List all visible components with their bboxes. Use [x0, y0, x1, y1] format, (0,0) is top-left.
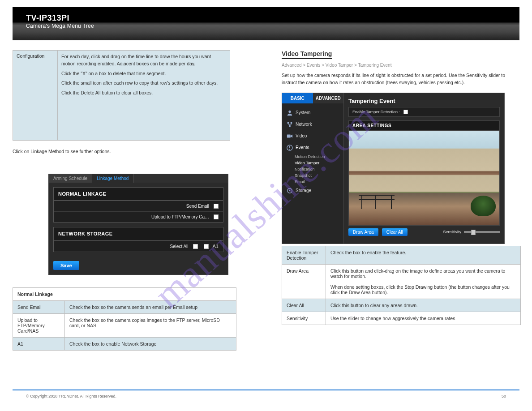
video-tampering-blurb: Set up how the camera responds if its li… [282, 72, 519, 86]
camera-preview[interactable] [348, 131, 500, 226]
tampering-screenshot: BASIC ADVANCED System Network [282, 93, 505, 244]
ts-r4-label: Sensitivity [282, 312, 326, 325]
nav-system[interactable]: System [285, 107, 341, 119]
doc-subtitle: Camera's Mega Menu Tree [26, 23, 506, 29]
page-footer: © Copyright 2018 TRENDnet. All Rights Re… [13, 390, 519, 398]
checkbox-send-email[interactable] [214, 204, 219, 209]
nav-storage-label: Storage [296, 188, 311, 193]
nav-sub-snapshot[interactable]: Snapshot [285, 172, 341, 179]
enable-tamper-checkbox[interactable] [403, 110, 408, 114]
page-number: 50 [502, 394, 506, 398]
nl-r3-desc: Check the box to enable Network Storage [65, 338, 236, 350]
ts-r2-desc-1: Click this button and click-drag on the … [330, 268, 505, 279]
nl-table-title: Normal Linkage [13, 288, 236, 300]
nav-network[interactable]: Network [285, 119, 341, 130]
panel-normal-linkage: NORMAL LINKAGE Send Email Upload to FTP/… [53, 187, 223, 223]
nl-r2-label: Upload to FTP/Memory Card/NAS [13, 314, 65, 337]
draw-area-button[interactable]: Draw Area [348, 228, 378, 236]
nav-system-label: System [296, 110, 310, 115]
label-select-all: Select All [58, 244, 193, 249]
svg-rect-1 [287, 122, 289, 124]
nl-r2-desc: Check the box so the camera copies image… [65, 314, 236, 337]
label-a1: A1 [213, 244, 219, 249]
sensitivity-slider[interactable] [464, 231, 500, 233]
cfg-label: Configuration [13, 51, 58, 140]
cfg-description: For each day, click and drag on the time… [58, 51, 230, 140]
save-bar: Save [49, 257, 228, 274]
checkbox-select-all[interactable] [193, 244, 198, 249]
network-storage-title: NETWORK STORAGE [54, 227, 223, 240]
checkbox-a1[interactable] [204, 244, 209, 249]
save-button[interactable]: Save [53, 261, 79, 270]
nl-r3-label: A1 [13, 338, 65, 350]
area-settings-title: AREA SETTINGS [348, 120, 500, 131]
svg-rect-2 [291, 122, 292, 124]
nav-video-label: Video [296, 133, 307, 138]
nav-sub-email[interactable]: Email [285, 179, 341, 185]
right-column: Video Tampering Advanced > Events > Vide… [282, 50, 519, 401]
breadcrumb: Advanced > Events > Video Tamper > Tampe… [282, 63, 519, 68]
row-upload: Upload to FTP/Memory Ca… [54, 211, 223, 222]
ts-r3-label: Clear All [282, 299, 326, 312]
linkage-method-screenshot: Arming Schedule Linkage Method NORMAL LI… [48, 174, 228, 275]
row-select-all: Select All A1 [54, 240, 223, 252]
checkbox-upload[interactable] [214, 214, 219, 219]
nav-events[interactable]: Events [285, 142, 341, 154]
cfg-text-1: For each day, click and drag on the time… [61, 53, 226, 68]
svg-rect-7 [289, 149, 290, 150]
ts-r1-desc: Check the box to enable the feature. [326, 246, 520, 264]
left-column: Configuration For each day, click and dr… [13, 50, 250, 401]
linkage-caption: Click on Linkage Method to see further o… [13, 149, 250, 154]
tamper-sidebar: BASIC ADVANCED System Network [282, 93, 344, 244]
video-tampering-heading: Video Tampering [282, 50, 332, 59]
tamper-title: Tampering Event [348, 98, 500, 104]
tab-linkage-method[interactable]: Linkage Method [92, 174, 133, 183]
sensitivity-control: Sensitivity [443, 230, 500, 234]
panel-network-storage: NETWORK STORAGE Select All A1 [53, 227, 223, 252]
ts-r2-desc-2: When done setting boxes, click the Stop … [330, 284, 510, 295]
nav-sub-motion[interactable]: Motion Detection [285, 154, 341, 160]
page-header: TV-IP313PI Camera's Mega Menu Tree [13, 7, 519, 40]
sidebar-nav: System Network Video [282, 103, 343, 200]
normal-linkage-title: NORMAL LINKAGE [54, 188, 223, 201]
configuration-table: Configuration For each day, click and dr… [13, 50, 230, 141]
tab-basic[interactable]: BASIC [282, 93, 313, 103]
page-body: Configuration For each day, click and dr… [13, 50, 519, 401]
preview-bush [471, 196, 496, 216]
nl-r1-desc: Check the box so the camera sends an ema… [65, 301, 236, 313]
ts-r2-label: Draw Area [282, 265, 326, 299]
nav-sub-notification[interactable]: Notification [285, 166, 341, 172]
enable-tamper-row: Enable Tamper Detection : [348, 107, 500, 117]
svg-point-9 [289, 190, 291, 191]
svg-rect-4 [287, 134, 291, 137]
events-icon [287, 145, 293, 151]
cfg-text-4: Click the Delete All button to clear all… [61, 90, 226, 97]
preview-bench [359, 191, 395, 209]
ts-r2-desc: Click this button and click-drag on the … [326, 265, 520, 299]
nl-r1-label: Send Email [13, 301, 65, 313]
row-send-email: Send Email [54, 201, 223, 211]
nav-video[interactable]: Video [285, 130, 341, 142]
system-icon [287, 110, 293, 116]
nav-events-label: Events [296, 145, 309, 150]
normal-linkage-table: Normal Linkage Send Email Check the box … [13, 287, 236, 351]
svg-rect-3 [289, 125, 291, 127]
clear-all-button[interactable]: Clear All [382, 228, 408, 236]
sensitivity-label: Sensitivity [443, 230, 461, 234]
linkage-tabs: Arming Schedule Linkage Method [49, 174, 228, 183]
tamper-button-row: Draw Area Clear All Sensitivity [348, 228, 500, 236]
ts-r1-label: Enable Tamper Detection [282, 246, 326, 264]
svg-point-0 [288, 110, 291, 112]
nav-sub-tamper[interactable]: Video Tamper [285, 160, 341, 166]
sidebar-tabs: BASIC ADVANCED [282, 93, 343, 103]
label-upload: Upload to FTP/Memory Ca… [58, 214, 214, 219]
tab-arming-schedule[interactable]: Arming Schedule [49, 174, 92, 183]
nav-storage[interactable]: Storage [285, 185, 341, 197]
storage-icon [287, 188, 293, 194]
tamper-settings-table: Enable Tamper Detection Check the box to… [282, 246, 521, 325]
ts-r3-desc: Click this button to clear any areas dra… [326, 299, 520, 312]
label-send-email: Send Email [58, 204, 214, 209]
svg-rect-6 [289, 146, 290, 148]
tab-advanced[interactable]: ADVANCED [313, 93, 344, 103]
nav-network-label: Network [296, 122, 312, 127]
